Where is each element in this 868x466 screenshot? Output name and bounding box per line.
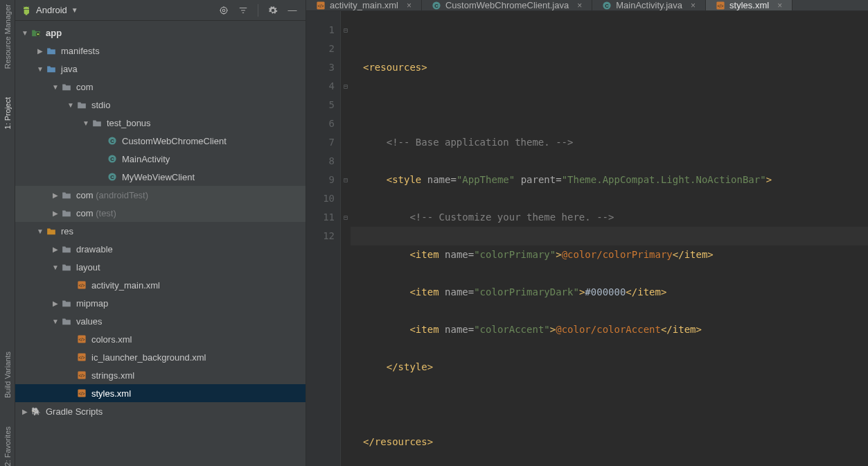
tree-label: test_bonus [107,118,151,128]
class-icon: C [107,135,118,146]
module-icon [30,27,42,38]
java-file-icon: C [432,1,441,10]
code-token: </resources> [363,436,433,447]
tree-node-file[interactable]: </> ic_launcher_background.xml [15,348,305,366]
code-token: > [556,249,561,260]
tree-label: Gradle Scripts [46,406,103,417]
tree-node-file[interactable]: </> activity_main.xml [15,276,305,294]
gradle-icon: 🐘 [30,406,42,417]
xml-file-icon: </> [76,334,87,345]
code-token: "colorAccent" [474,324,550,335]
code-token: name= [427,174,457,185]
filter-icon[interactable] [236,3,251,18]
suffix: (androidTest) [96,190,148,200]
chevron-down-icon[interactable]: ▼ [71,6,78,14]
tool-build-variants[interactable]: Build Variants [3,352,12,398]
folder-icon [61,261,72,273]
folder-icon [46,45,57,56]
code-area[interactable]: 1 2 3 4 5 6 7 8 9 10 11 12 <resources> <… [306,11,868,466]
tree-node-manifests[interactable]: manifests [15,42,305,60]
folder-icon [61,243,72,254]
tab-activity-main[interactable]: </> activity_main.xml × [306,0,422,10]
folder-icon [61,297,72,309]
java-file-icon: C [602,1,612,10]
tab-styles[interactable]: </> styles.xml × [706,0,792,10]
tree-node-java[interactable]: java [15,60,305,78]
code-token: "colorPrimaryDark" [474,286,579,297]
tree-node-package[interactable]: test_bonus [15,114,305,132]
tree-label: strings.xml [91,370,134,381]
tree-node-class[interactable]: C CustomWebChromeClient [15,132,305,150]
tree-node-file-selected[interactable]: </> styles.xml [15,384,305,402]
code-editor[interactable]: <resources> <!-- Base application theme.… [351,11,868,466]
tree-node-package-androidtest[interactable]: com (androidTest) [15,186,305,204]
tree-label: values [76,316,103,327]
tree-node-app[interactable]: app [15,24,305,42]
tree-label: java [61,64,78,74]
tree-node-drawable[interactable]: drawable [15,240,305,258]
tree-node-gradle[interactable]: 🐘 Gradle Scripts [15,402,305,420]
minimize-icon[interactable]: — [285,3,300,18]
tree-node-package[interactable]: stdio [15,96,305,114]
tool-favorites[interactable]: 2: Favorites [3,426,12,466]
line-number: 6 [306,114,335,133]
close-icon[interactable]: × [777,1,782,10]
close-icon[interactable]: × [691,1,696,10]
target-icon[interactable] [216,3,231,18]
tree-node-mipmap[interactable]: mipmap [15,294,305,312]
code-token: "colorPrimary" [474,249,556,260]
line-number: 8 [306,152,335,171]
fold-icon[interactable] [341,208,351,227]
code-token: <!-- Customize your theme here. --> [409,212,614,223]
xml-file-icon: </> [716,1,725,10]
tree-node-package-test[interactable]: com (test) [15,204,305,222]
code-token: @color/colorPrimary [562,249,673,260]
close-icon[interactable]: × [577,1,582,10]
tree-label: activity_main.xml [91,280,160,291]
code-token: <item [409,249,439,260]
xml-file-icon: </> [76,279,87,291]
line-number: 10 [306,189,335,208]
line-number: 4 [306,77,335,96]
code-token: </item> [673,249,714,260]
svg-text:</>: </> [718,3,724,8]
line-number: 12 [306,227,335,245]
close-icon[interactable]: × [407,1,411,10]
tree-node-values[interactable]: values [15,312,305,330]
gear-icon[interactable] [265,3,281,18]
line-number: 7 [306,133,335,152]
tab-label: styles.xml [729,0,769,10]
editor-tabs: </> activity_main.xml × C CustomWebChrom… [306,0,868,11]
code-token: "Theme.AppCompat.Light.NoActionBar" [562,174,766,185]
tool-resource-manager[interactable]: Resource Manager [3,4,12,69]
project-tree[interactable]: app manifests java com stdio test_bonus [15,21,305,466]
code-token: @color/colorAccent [556,324,661,335]
fold-icon[interactable] [341,171,351,189]
svg-text:C: C [110,156,114,162]
svg-text:</>: </> [78,283,85,288]
tree-node-layout[interactable]: layout [15,258,305,276]
tree-node-package[interactable]: com [15,78,305,96]
tree-label: CustomWebChromeClient [122,136,227,146]
fold-icon[interactable] [341,77,351,96]
tree-node-res[interactable]: res [15,222,305,240]
tree-label: app [46,28,62,38]
tree-label: com [76,82,94,92]
tab-customwebchromeclient[interactable]: C CustomWebChromeClient.java × [422,0,592,10]
code-token: name= [445,249,474,260]
svg-text:C: C [605,2,609,8]
tree-node-class[interactable]: C MyWebViewClient [15,168,305,186]
line-number: 3 [306,58,335,77]
svg-text:</>: </> [78,391,85,396]
class-icon: C [107,153,118,164]
fold-column[interactable] [341,11,351,466]
tab-label: CustomWebChromeClient.java [445,0,569,10]
project-view-selector[interactable]: Android [36,5,67,15]
tree-node-file[interactable]: </> strings.xml [15,366,305,384]
tab-mainactivity[interactable]: C MainActivity.java × [592,0,706,10]
tree-node-class[interactable]: C MainActivity [15,150,305,168]
tree-node-file[interactable]: </> colors.xml [15,330,305,348]
code-token: </item> [661,324,702,335]
fold-icon[interactable] [341,21,351,40]
tool-project[interactable]: 1: Project [3,97,12,129]
